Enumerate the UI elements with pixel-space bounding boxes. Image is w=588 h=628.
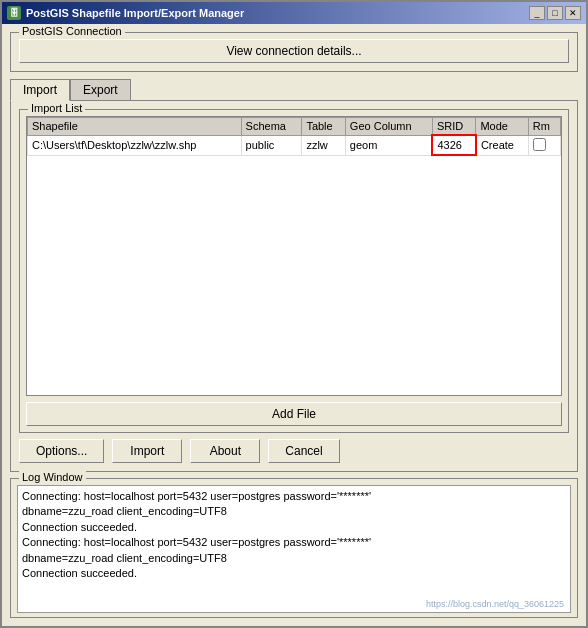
col-table: Table bbox=[302, 118, 345, 136]
log-line-4: dbname=zzu_road client_encoding=UTF8 bbox=[22, 551, 566, 566]
import-button[interactable]: Import bbox=[112, 439, 182, 463]
cell-geo-column: geom bbox=[345, 135, 432, 155]
import-table-area: Shapefile Schema Table Geo Column SRID M… bbox=[26, 116, 562, 396]
add-file-button[interactable]: Add File bbox=[26, 402, 562, 426]
tab-bar: Import Export bbox=[10, 78, 578, 100]
bottom-buttons: Options... Import About Cancel bbox=[19, 439, 569, 463]
cell-schema: public bbox=[241, 135, 302, 155]
title-bar-text: 🗄 PostGIS Shapefile Import/Export Manage… bbox=[7, 6, 244, 20]
col-srid: SRID bbox=[432, 118, 475, 136]
log-line-5: Connection succeeded. bbox=[22, 566, 566, 581]
window-title: PostGIS Shapefile Import/Export Manager bbox=[26, 7, 244, 19]
watermark: https://blog.csdn.net/qq_36061225 bbox=[426, 599, 564, 609]
maximize-button[interactable]: □ bbox=[547, 6, 563, 20]
log-line-3: Connecting: host=localhost port=5432 use… bbox=[22, 535, 566, 550]
about-button[interactable]: About bbox=[190, 439, 260, 463]
log-content: Connecting: host=localhost port=5432 use… bbox=[17, 485, 571, 613]
cell-table: zzlw bbox=[302, 135, 345, 155]
main-window: 🗄 PostGIS Shapefile Import/Export Manage… bbox=[0, 0, 588, 628]
tab-content-import: Import List Shapefile Schema Table Geo C… bbox=[10, 100, 578, 472]
view-connection-button[interactable]: View connection details... bbox=[19, 39, 569, 63]
tabs-area: Import Export Import List Shapefile Sche… bbox=[10, 78, 578, 472]
import-table: Shapefile Schema Table Geo Column SRID M… bbox=[27, 117, 561, 156]
log-line-0: Connecting: host=localhost port=5432 use… bbox=[22, 489, 566, 504]
minimize-button[interactable]: _ bbox=[529, 6, 545, 20]
close-button[interactable]: ✕ bbox=[565, 6, 581, 20]
col-shapefile: Shapefile bbox=[28, 118, 242, 136]
tab-import[interactable]: Import bbox=[10, 79, 70, 101]
tab-export[interactable]: Export bbox=[70, 79, 131, 101]
cell-shapefile: C:\Users\tf\Desktop\zzlw\zzlw.shp bbox=[28, 135, 242, 155]
content-area: PostGIS Connection View connection detai… bbox=[2, 24, 586, 626]
app-icon: 🗄 bbox=[7, 6, 21, 20]
log-window-group: Log Window Connecting: host=localhost po… bbox=[10, 478, 578, 618]
cell-srid[interactable]: 4326 bbox=[432, 135, 475, 155]
connection-group: PostGIS Connection View connection detai… bbox=[10, 32, 578, 72]
cancel-button[interactable]: Cancel bbox=[268, 439, 339, 463]
col-mode: Mode bbox=[476, 118, 528, 136]
options-button[interactable]: Options... bbox=[19, 439, 104, 463]
rm-checkbox[interactable] bbox=[533, 138, 546, 151]
title-bar-controls: _ □ ✕ bbox=[529, 6, 581, 20]
table-row[interactable]: C:\Users\tf\Desktop\zzlw\zzlw.shp public… bbox=[28, 135, 561, 155]
log-line-1: dbname=zzu_road client_encoding=UTF8 bbox=[22, 504, 566, 519]
import-list-label: Import List bbox=[28, 102, 85, 114]
import-list-group: Import List Shapefile Schema Table Geo C… bbox=[19, 109, 569, 433]
col-schema: Schema bbox=[241, 118, 302, 136]
log-line-2: Connection succeeded. bbox=[22, 520, 566, 535]
log-window-label: Log Window bbox=[19, 471, 86, 483]
cell-rm[interactable] bbox=[528, 135, 560, 155]
col-rm: Rm bbox=[528, 118, 560, 136]
connection-group-label: PostGIS Connection bbox=[19, 25, 125, 37]
title-bar: 🗄 PostGIS Shapefile Import/Export Manage… bbox=[2, 2, 586, 24]
cell-mode: Create bbox=[476, 135, 528, 155]
col-geo-column: Geo Column bbox=[345, 118, 432, 136]
